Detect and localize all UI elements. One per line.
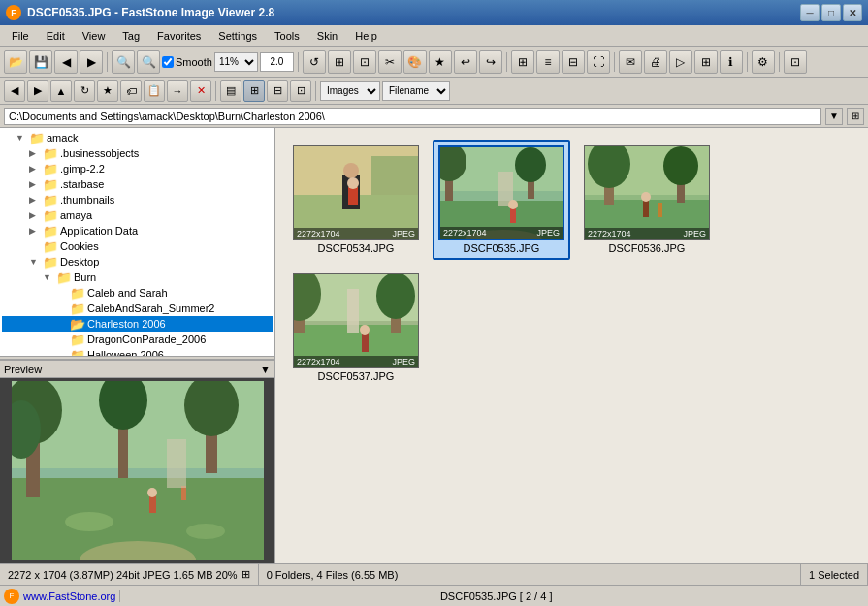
address-go-button[interactable]: ▼ [825, 108, 843, 125]
folder-icon: 📁 [43, 162, 58, 175]
list-button[interactable]: ≡ [536, 50, 560, 74]
thumbnail-item-537[interactable]: 2272x1704 JPEG DSCF0537.JPG [287, 268, 425, 388]
back-button[interactable]: ◀ [54, 50, 78, 74]
thumbnail-item-535[interactable]: 2272x1704 JPEG DSCF0535.JPG [433, 140, 570, 260]
zoom-ratio-input[interactable] [260, 52, 294, 72]
grid-button[interactable]: ⊞ [511, 50, 534, 74]
view1-button[interactable]: ▤ [220, 80, 241, 102]
menu-skin[interactable]: Skin [309, 28, 345, 44]
open-button[interactable]: 📂 [4, 50, 27, 74]
view-options-button[interactable]: ⊡ [784, 50, 807, 74]
refresh-button[interactable]: ↻ [74, 80, 95, 102]
view3-button[interactable]: ⊟ [267, 80, 288, 102]
preview-menu-button[interactable]: ▼ [260, 364, 271, 375]
rotate-left-button[interactable]: ↺ [303, 50, 326, 74]
tree-item-appdata[interactable]: ▶ 📁 Application Data [2, 223, 273, 239]
bookmark-button[interactable]: ★ [97, 80, 118, 102]
tree-item-amaya[interactable]: ▶ 📁 amaya [2, 207, 273, 223]
copy-button[interactable]: 📋 [144, 80, 165, 102]
thumb-button[interactable]: ⊟ [562, 50, 585, 74]
tag-button[interactable]: 🏷 [120, 80, 142, 102]
folder-tree[interactable]: ▼ 📁 amack ▶ 📁 .businessobjects ▶ 📁 .gimp… [0, 128, 274, 356]
move-button[interactable]: → [167, 80, 188, 102]
svg-rect-53 [347, 289, 359, 333]
settings-button[interactable]: ⚙ [752, 50, 775, 74]
tree-item-charleston[interactable]: 📂 Charleston 2006 [2, 316, 273, 332]
tree-item-thumbnails[interactable]: ▶ 📁 .thumbnails [2, 192, 273, 207]
tree-item-amack[interactable]: ▼ 📁 amack [2, 130, 273, 145]
window-controls[interactable]: ─ □ ✕ [800, 4, 862, 21]
thumbnail-item-534[interactable]: 2272x1704 JPEG DSCF0534.JPG [287, 140, 425, 260]
folder-icon: 📁 [70, 302, 85, 315]
svg-point-31 [515, 147, 546, 182]
menu-view[interactable]: View [75, 28, 113, 44]
website-url[interactable]: www.FastStone.org [23, 590, 115, 602]
tree-item-starbase[interactable]: ▶ 📁 .starbase [2, 176, 273, 192]
undo-button[interactable]: ↩ [454, 50, 477, 74]
menu-tag[interactable]: Tag [114, 28, 147, 44]
sort-select[interactable]: Filename Date Size [382, 81, 450, 101]
color-button[interactable]: 🎨 [403, 50, 427, 74]
svg-rect-11 [149, 495, 156, 513]
tree-item-gimp[interactable]: ▶ 📁 .gimp-2.2 [2, 161, 273, 176]
info-button[interactable]: ℹ [720, 50, 743, 74]
address-expand-button[interactable]: ⊞ [847, 108, 864, 125]
thumbnail-item-536[interactable]: 2272x1704 JPEG DSCF0536.JPG [578, 140, 716, 260]
filter-select[interactable]: Images All Files [320, 81, 380, 101]
maximize-button[interactable]: □ [821, 4, 841, 21]
tree-item-caleb-summer[interactable]: 📁 CalebAndSarah_Summer2 [2, 301, 273, 316]
tree-item-caleb-sarah[interactable]: 📁 Caleb and Sarah [2, 285, 273, 301]
redo-button[interactable]: ↪ [479, 50, 502, 74]
tree-item-desktop[interactable]: ▼ 📁 Desktop [2, 254, 273, 270]
fit-button[interactable]: ⊞ [328, 50, 351, 74]
email-button[interactable]: ✉ [619, 50, 642, 74]
view4-button[interactable]: ⊡ [290, 80, 311, 102]
sep4 [614, 52, 615, 72]
full-button[interactable]: ⛶ [587, 50, 610, 74]
app-icon: F [6, 5, 21, 20]
zoom-select[interactable]: 11% 25% 50% 100% [214, 52, 258, 72]
zoom-out-button[interactable]: 🔍 [112, 50, 135, 74]
nav-up-button[interactable]: ▲ [50, 80, 72, 102]
nav-back-button[interactable]: ◀ [4, 80, 25, 102]
address-input[interactable] [4, 108, 821, 125]
save-button[interactable]: 💾 [29, 50, 52, 74]
smooth-option[interactable]: Smooth [162, 56, 212, 68]
menu-file[interactable]: File [4, 28, 37, 44]
thumb-name-537: DSCF0537.JPG [318, 370, 395, 382]
delete-button[interactable]: ✕ [190, 80, 211, 102]
menu-tools[interactable]: Tools [267, 28, 307, 44]
close-button[interactable]: ✕ [843, 4, 862, 21]
thumbnail-grid: 2272x1704 JPEG DSCF0534.JPG [283, 136, 860, 392]
menu-edit[interactable]: Edit [39, 28, 73, 44]
print-button[interactable]: 🖨 [644, 50, 667, 74]
status-expand-button[interactable]: ⊞ [241, 568, 250, 581]
tree-label: Burn [74, 271, 96, 283]
title-bar: F DSCF0535.JPG - FastStone Image Viewer … [0, 0, 868, 25]
thumbnail-panel[interactable]: 2272x1704 JPEG DSCF0534.JPG [275, 128, 868, 563]
minimize-button[interactable]: ─ [800, 4, 820, 21]
tree-item-halloween[interactable]: 📁 Halloween 2006 [2, 347, 273, 356]
tree-item-businessobjects[interactable]: ▶ 📁 .businessobjects [2, 145, 273, 161]
menu-help[interactable]: Help [347, 28, 385, 44]
thumb-resolution-535: 2272x1704 [443, 228, 487, 238]
menu-settings[interactable]: Settings [210, 28, 265, 44]
tree-item-dragoncon[interactable]: 📁 DragonConParade_2006 [2, 332, 273, 347]
sep7 [215, 81, 216, 101]
menu-favorites[interactable]: Favorites [149, 28, 209, 44]
thumb-format-535: JPEG [536, 228, 560, 238]
tree-item-cookies[interactable]: 📁 Cookies [2, 239, 273, 254]
view2-button[interactable]: ⊞ [243, 80, 265, 102]
crop-button[interactable]: ✂ [378, 50, 402, 74]
zoom-in-button[interactable]: 🔍 [137, 50, 160, 74]
thumb-format-534: JPEG [392, 229, 415, 239]
tree-item-burn[interactable]: ▼ 📁 Burn [2, 270, 273, 285]
compare-button[interactable]: ⊞ [694, 50, 718, 74]
nav-forward-button[interactable]: ▶ [27, 80, 48, 102]
actual-size-button[interactable]: ⊡ [353, 50, 376, 74]
smooth-checkbox[interactable] [162, 56, 174, 68]
slide-button[interactable]: ▷ [669, 50, 692, 74]
folder-icon: 📁 [70, 286, 85, 300]
effects-button[interactable]: ★ [429, 50, 452, 74]
forward-button[interactable]: ▶ [80, 50, 103, 74]
